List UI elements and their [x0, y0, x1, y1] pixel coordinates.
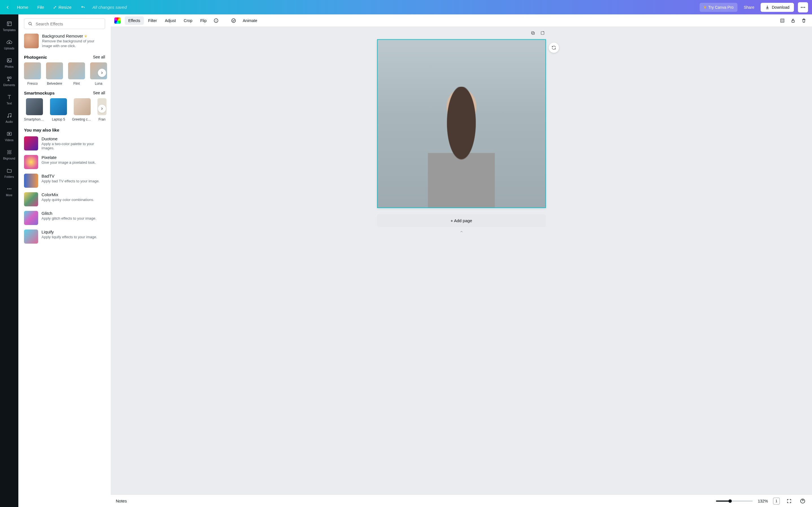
effect-fresco[interactable]: Fresco [24, 62, 41, 86]
flip-tab[interactable]: Flip [197, 16, 210, 25]
like-thumb [24, 192, 38, 206]
rail-audio[interactable]: Audio [0, 110, 18, 127]
like-duotone[interactable]: DuotoneApply a two-color palette to your… [24, 136, 105, 151]
bgremover-thumb [24, 34, 39, 48]
like-desc: Apply glitch effects to your image. [42, 216, 96, 221]
like-badtv[interactable]: BadTVApply bad TV effects to your image. [24, 174, 105, 188]
photogenic-see-all[interactable]: See all [93, 55, 105, 59]
delete-button[interactable] [799, 16, 809, 25]
regenerate-fab[interactable] [549, 43, 559, 53]
home-menu[interactable]: Home [13, 3, 32, 11]
search-effects[interactable] [24, 18, 105, 29]
crop-tab[interactable]: Crop [180, 16, 196, 25]
resize-label: Resize [58, 5, 71, 10]
filter-tab[interactable]: Filter [145, 16, 160, 25]
canvas-page[interactable] [377, 39, 546, 208]
svg-point-1 [802, 7, 803, 8]
back-button[interactable] [4, 4, 11, 11]
rail-label: Photos [5, 65, 13, 68]
svg-point-16 [232, 19, 235, 22]
rail-uploads[interactable]: Uploads [0, 36, 18, 53]
rail-photos[interactable]: Photos [0, 54, 18, 72]
refresh-icon [551, 45, 556, 50]
svg-point-2 [804, 7, 805, 8]
info-button[interactable] [211, 16, 221, 25]
like-liquify[interactable]: LiquifyApply liquify effects to your ima… [24, 229, 105, 244]
svg-rect-20 [781, 20, 782, 20]
rail-elements[interactable]: Elements [0, 73, 18, 90]
smartmockups-next[interactable] [98, 104, 106, 113]
svg-point-9 [10, 116, 11, 117]
file-menu[interactable]: File [34, 3, 47, 11]
rail-videos[interactable]: Videos [0, 128, 18, 145]
mockup-smartphone2[interactable]: Smartphone 2 [24, 98, 45, 121]
effect-belvedere[interactable]: Belvedere [46, 62, 63, 86]
resize-menu[interactable]: ⤢ Resize [50, 3, 75, 12]
help-button[interactable] [799, 497, 807, 505]
bgremover-desc: Remove the background of your image with… [42, 39, 105, 49]
effects-panel: Background Remover♛ Remove the backgroun… [18, 14, 111, 507]
lock-button[interactable] [788, 16, 798, 25]
canvas-viewport[interactable]: + Add page [111, 27, 812, 495]
svg-rect-24 [781, 21, 782, 22]
like-colormix[interactable]: ColorMixApply quirky color combinations. [24, 192, 105, 206]
resize-icon: ⤢ [53, 5, 57, 10]
transparency-button[interactable] [777, 16, 787, 25]
photogenic-title: Photogenic [24, 55, 47, 60]
smartmockups-see-all[interactable]: See all [93, 91, 105, 95]
like-thumb [24, 211, 38, 225]
chevron-up-icon [458, 230, 465, 234]
collapse-pages-button[interactable] [458, 230, 465, 234]
rail-folders[interactable]: Folders [0, 165, 18, 182]
bgremover-title: Background Remover [42, 34, 83, 38]
svg-rect-19 [782, 19, 783, 20]
like-glitch[interactable]: GlitchApply glitch effects to your image… [24, 211, 105, 225]
page-count-badge[interactable]: 1 [773, 498, 780, 504]
share-button[interactable]: Share [740, 3, 758, 12]
add-page-icon-button[interactable] [539, 29, 546, 37]
text-icon [6, 94, 12, 100]
zoom-slider[interactable] [716, 501, 753, 502]
rail-label: Audio [6, 120, 13, 123]
rail-more[interactable]: More [0, 183, 18, 200]
animate-tab[interactable]: Animate [239, 16, 261, 25]
adjust-tab[interactable]: Adjust [162, 16, 179, 25]
effect-flint[interactable]: Flint [68, 62, 85, 86]
smartmockups-title: Smartmockups [24, 91, 55, 96]
like-desc: Apply quirky color combinations. [42, 198, 94, 202]
animate-icon-button[interactable] [229, 16, 238, 25]
svg-rect-18 [781, 19, 781, 20]
undo-button[interactable] [77, 3, 89, 12]
add-page-button[interactable]: + Add page [377, 214, 546, 227]
chevron-right-icon [100, 71, 104, 75]
effects-tab[interactable]: Effects [125, 16, 144, 25]
svg-rect-22 [781, 20, 781, 21]
duplicate-page-button[interactable] [529, 29, 537, 37]
svg-point-11 [7, 188, 8, 189]
selected-image[interactable] [378, 40, 545, 208]
svg-rect-28 [531, 32, 534, 34]
rail-label: Templates [3, 29, 16, 32]
more-icon [6, 186, 12, 192]
image-toolbar: Effects Filter Adjust Crop Flip Animate [111, 14, 812, 27]
like-title: Glitch [42, 211, 96, 216]
background-remover[interactable]: Background Remover♛ Remove the backgroun… [24, 34, 105, 49]
photogenic-next[interactable] [98, 69, 106, 77]
search-input[interactable] [36, 21, 101, 26]
more-menu-button[interactable] [798, 2, 808, 12]
rail-background[interactable]: Bkground [0, 146, 18, 163]
rail-text[interactable]: Text [0, 91, 18, 108]
like-pixelate[interactable]: PixelateGive your image a pixelated look… [24, 155, 105, 169]
notes-button[interactable]: Notes [116, 499, 127, 503]
try-canva-pro-button[interactable]: ♛ Try Canva Pro [700, 3, 738, 12]
rail-label: Videos [5, 138, 13, 142]
rail-templates[interactable]: Templates [0, 18, 18, 35]
mockup-greeting-card[interactable]: Greeting car... [72, 98, 92, 121]
rail-label: Folders [4, 175, 14, 178]
download-button[interactable]: Download [761, 3, 794, 12]
like-desc: Apply bad TV effects to your image. [42, 179, 99, 183]
zoom-value[interactable]: 132% [758, 499, 768, 503]
fullscreen-button[interactable] [785, 497, 793, 505]
mockup-laptop5[interactable]: Laptop 5 [50, 98, 67, 121]
color-picker-button[interactable] [114, 17, 121, 24]
